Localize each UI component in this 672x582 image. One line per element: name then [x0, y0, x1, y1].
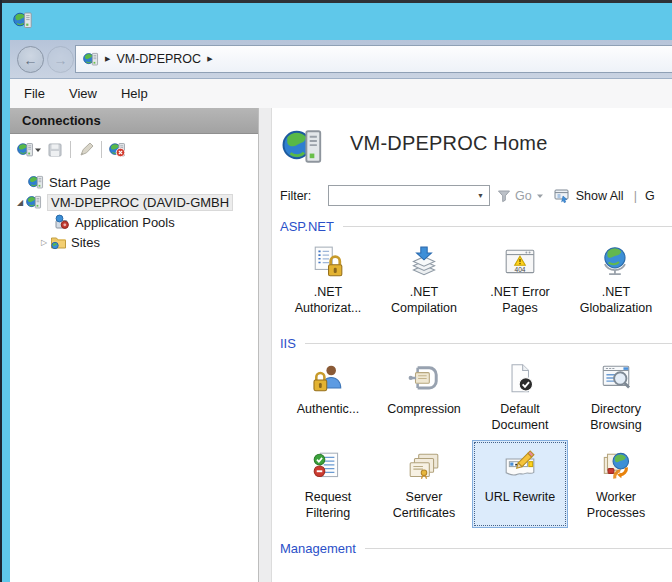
toolbar-separator [101, 141, 102, 158]
forward-button: → [47, 46, 74, 73]
feature-net-error-pages[interactable]: 404 .NET Error Pages [472, 235, 568, 323]
feature-compression[interactable]: Compression [376, 352, 472, 440]
breadcrumb-server[interactable]: VM-DPEPROC [116, 52, 201, 66]
section-title: Management [280, 541, 356, 556]
iis-icon [83, 51, 99, 67]
start-page-icon [28, 174, 44, 190]
panel-splitter[interactable] [259, 108, 272, 582]
menu-bar: File View Help [10, 79, 672, 108]
url-rewrite-icon [503, 450, 537, 484]
feature-default-document[interactable]: Default Document [472, 352, 568, 440]
breadcrumb-arrow-icon[interactable]: ▶ [105, 55, 110, 63]
tree-item-application-pools[interactable]: Application Pools [10, 212, 258, 232]
go-up-icon [78, 142, 94, 158]
menu-view[interactable]: View [69, 86, 97, 101]
server-certificates-icon [407, 450, 441, 484]
page-title: VM-DPEPROC Home [350, 132, 547, 155]
iis-manager-window: ← → ▶ VM-DPEPROC ▶ File View Help Connec… [0, 0, 672, 582]
show-all-label: Show All [576, 189, 624, 203]
feature-label: Default Document [475, 401, 565, 433]
iis-manager-icon [13, 10, 33, 30]
tree-label: VM-DPEPROC (DAVID-GMBH [47, 194, 233, 211]
address-bar[interactable]: ▶ VM-DPEPROC ▶ [75, 45, 672, 73]
section-management-header: Management [280, 539, 672, 557]
window-frame-accent [2, 3, 10, 582]
feature-view: VM-DPEPROC Home Filter: ▼ Go [272, 108, 672, 582]
net-compilation-icon [407, 245, 441, 279]
section-title: IIS [280, 336, 296, 351]
connections-toolbar [10, 134, 258, 165]
expander-collapsed-icon[interactable]: ▷ [38, 238, 50, 247]
feature-label: Directory Browsing [571, 401, 661, 433]
funnel-icon [497, 189, 511, 203]
connections-header: Connections [10, 108, 258, 134]
compression-icon [407, 362, 441, 396]
worker-processes-icon [599, 450, 633, 484]
feature-label: .NET Compilation [379, 284, 469, 316]
chevron-down-icon [34, 146, 42, 154]
tree-item-sites[interactable]: ▷ Sites [10, 232, 258, 252]
tree-item-server[interactable]: ◢ VM-DPEPROC (DAVID-GMBH [10, 192, 258, 212]
feature-directory-browsing[interactable]: Directory Browsing [568, 352, 664, 440]
server-icon [26, 194, 42, 210]
feature-request-filtering[interactable]: Request Filtering [280, 440, 376, 528]
sites-icon [50, 234, 66, 250]
svg-text:404: 404 [515, 266, 526, 273]
feature-net-globalization[interactable]: .NET Globalization [568, 235, 664, 323]
section-iis-header: IIS [280, 334, 672, 352]
group-by-label-clipped: G [645, 189, 655, 203]
feature-authentication[interactable]: Authentic... [280, 352, 376, 440]
connections-tree: Start Page ◢ VM-DPEPROC (DAVID-GMBH Appl… [10, 165, 258, 252]
navigation-bar: ← → ▶ VM-DPEPROC ▶ [10, 40, 672, 79]
go-dropdown-icon [536, 192, 544, 200]
feature-label: Authentic... [297, 401, 360, 417]
create-connection-button[interactable] [17, 141, 42, 158]
section-title: ASP.NET [280, 219, 334, 234]
tree-label: Sites [71, 235, 100, 250]
feature-label: URL Rewrite [485, 489, 555, 505]
toolbar-separator [70, 141, 71, 158]
tree-label: Application Pools [75, 215, 175, 230]
feature-label: Compression [387, 401, 461, 417]
combo-dropdown-icon[interactable]: ▼ [477, 192, 489, 199]
feature-server-certificates[interactable]: Server Certificates [376, 440, 472, 528]
feature-label: Server Certificates [379, 489, 469, 521]
breadcrumb-arrow-icon[interactable]: ▶ [207, 55, 212, 63]
feature-label: .NET Error Pages [475, 284, 565, 316]
feature-net-authorization[interactable]: .NET Authorizat... [280, 235, 376, 323]
request-filtering-icon [311, 450, 345, 484]
menu-file[interactable]: File [24, 86, 45, 101]
filter-toolbar: Filter: ▼ Go [280, 185, 672, 206]
feature-net-compilation[interactable]: .NET Compilation [376, 235, 472, 323]
expander-expanded-icon[interactable]: ◢ [14, 198, 26, 207]
titlebar [2, 3, 672, 40]
filter-input[interactable]: ▼ [328, 185, 490, 206]
aspnet-feature-grid: .NET Authorizat... .NET Compilation [280, 235, 664, 323]
iis-feature-grid: Authentic... Compression [280, 352, 664, 528]
feature-url-rewrite[interactable]: URL Rewrite [472, 440, 568, 528]
net-error-pages-icon: 404 [503, 245, 537, 279]
feature-label: .NET Globalization [571, 284, 661, 316]
back-button[interactable]: ← [17, 46, 44, 73]
show-all-button[interactable]: Show All [554, 188, 624, 203]
filter-label: Filter: [280, 189, 328, 203]
directory-browsing-icon [599, 362, 633, 396]
show-all-icon [554, 188, 571, 203]
tree-label: Start Page [49, 175, 110, 190]
window-frame-left [0, 0, 2, 582]
toolbar-separator: | [634, 189, 637, 203]
feature-label: Request Filtering [283, 489, 373, 521]
tree-item-start-page[interactable]: Start Page [10, 172, 258, 192]
feature-label: .NET Authorizat... [283, 284, 373, 316]
server-home-icon [282, 123, 324, 169]
section-aspnet-header: ASP.NET [280, 217, 672, 235]
section-divider [343, 226, 672, 227]
disconnect-button[interactable] [109, 141, 126, 158]
authentication-icon [311, 362, 345, 396]
save-connections-button[interactable] [47, 142, 63, 158]
feature-worker-processes[interactable]: Worker Processes [568, 440, 664, 528]
menu-help[interactable]: Help [121, 86, 148, 101]
feature-label: Worker Processes [571, 489, 661, 521]
default-document-icon [503, 362, 537, 396]
go-up-button [78, 142, 94, 158]
